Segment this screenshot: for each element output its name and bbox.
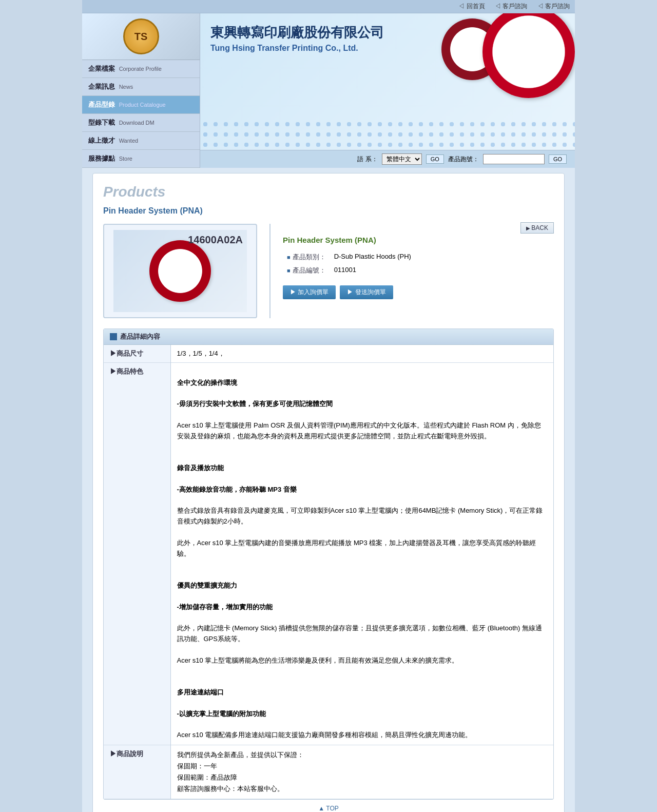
divider	[269, 224, 270, 318]
product-info-table: ■ 產品類別： D-Sub Plastic Hoods (PH) ■ 產品編號：	[283, 250, 415, 277]
sidebar-item-corporate[interactable]: 企業檔案 Corporate Profile	[82, 60, 200, 78]
product-image-wrap: 14600A02A	[103, 224, 257, 318]
sidebar-item-news[interactable]: 企業訊息 News	[82, 78, 200, 96]
category-label: ■ 產品類別：	[287, 253, 326, 262]
sidebar-item-catalogue-zh: 產品型錄	[88, 101, 115, 108]
sidebar-logo: TS	[82, 13, 200, 60]
sidebar: TS 企業檔案 Corporate Profile 企業訊息 News	[82, 13, 200, 168]
main-content: Products Pin Header System (PNA) 14600A0…	[92, 173, 565, 812]
top-anchor-link[interactable]: TOP	[318, 805, 338, 812]
desc-label: ▶商品說明	[104, 745, 170, 799]
row-bullet-icon: ▶	[110, 350, 117, 357]
sidebar-item-store-zh: 服務據點	[88, 154, 115, 162]
table-row: ▶商品特色 全中文化的操作環境 -毋須另行安裝中文軟體，保有更多可使用記憶體空間…	[104, 363, 553, 745]
product-plate-image	[149, 240, 211, 302]
code-row: ■ 產品編號： 011001	[283, 264, 415, 277]
product-details-section: 產品詳細內容 ▶商品尺寸 1/3，1/5，1/4， ▶商品特色	[103, 328, 554, 800]
nav-inquiry1-link[interactable]: 客戶諮詢	[495, 3, 527, 10]
size-value: 1/3，1/5，1/4，	[170, 345, 553, 363]
sidebar-item-wanted-en: Wanted	[119, 138, 139, 144]
product-info: BACK Pin Header System (PNA) ■ 產品類別： D-S…	[283, 224, 554, 318]
content-area: Products Pin Header System (PNA) 14600A0…	[82, 173, 575, 812]
bullet-icon2: ■	[287, 267, 291, 274]
header-right: 東興轉寫印刷廠股份有限公司 Tung Hsing Transfer Printi…	[200, 13, 575, 168]
product-no-go-button[interactable]: GO	[549, 154, 567, 164]
table-row: ▶商品尺寸 1/3，1/5，1/4，	[104, 345, 553, 363]
back-link: BACK	[283, 224, 554, 231]
bullet-icon: ■	[287, 254, 291, 260]
nav-inquiry2-link[interactable]: 客戶諮詢	[537, 3, 570, 10]
desc-value: 我們所提供為全新產品，並提供以下保證： 保固期：一年 保固範圍：產品故障 顧客諮…	[170, 745, 553, 799]
products-heading: Products	[103, 184, 554, 200]
category-value: D-Sub Plastic Hoods (PH)	[330, 250, 415, 264]
sidebar-item-corporate-zh: 企業檔案	[88, 65, 115, 72]
sidebar-item-download[interactable]: 型錄下載 Download DM	[82, 114, 200, 132]
sidebar-item-store-en: Store	[119, 156, 132, 162]
row-bullet-icon2: ▶	[110, 368, 117, 375]
section-icon	[110, 333, 117, 340]
details-table: ▶商品尺寸 1/3，1/5，1/4， ▶商品特色 全中文化的操作環境 -毋須另行…	[104, 345, 553, 799]
nav-home-link[interactable]: 回首頁	[458, 3, 485, 10]
action-buttons: 加入詢價單 發送詢價單	[283, 285, 554, 299]
sidebar-item-download-zh: 型錄下載	[88, 119, 115, 126]
sidebar-item-corporate-en: Corporate Profile	[119, 66, 162, 72]
top-nav: 回首頁 客戶諮詢 客戶諮詢	[82, 0, 575, 13]
feature-label: ▶商品特色	[104, 363, 170, 745]
top-link: TOP	[103, 800, 554, 812]
sidebar-item-wanted-zh: 線上徵才	[88, 137, 115, 144]
size-label: ▶商品尺寸	[104, 345, 170, 363]
code-label: ■ 產品編號：	[287, 266, 326, 275]
product-details-header: 產品詳細內容	[104, 329, 553, 345]
product-detail: 14600A02A BACK Pin Header System (PNA)	[103, 224, 554, 318]
lang-label: 語 系：	[357, 155, 377, 164]
sidebar-item-store[interactable]: 服務據點 Store	[82, 150, 200, 168]
banner-plates	[380, 13, 575, 116]
banner-decoration	[200, 119, 575, 150]
sidebar-item-catalogue[interactable]: 產品型錄 Product Catalogue	[82, 96, 200, 114]
product-image: 14600A02A	[113, 230, 247, 312]
back-button[interactable]: BACK	[520, 222, 554, 234]
table-row: ▶商品說明 我們所提供為全新產品，並提供以下保證： 保固期：一年 保固範圍：產品…	[104, 745, 553, 799]
product-info-title: Pin Header System (PNA)	[283, 236, 554, 244]
sidebar-item-news-zh: 企業訊息	[88, 83, 115, 90]
row-bullet-icon3: ▶	[110, 750, 117, 758]
section-title: 產品詳細內容	[120, 332, 160, 341]
company-logo: TS	[123, 18, 159, 54]
sidebar-item-download-en: Download DM	[119, 120, 154, 126]
lang-go-button[interactable]: GO	[426, 154, 444, 164]
category-row: ■ 產品類別： D-Sub Plastic Hoods (PH)	[283, 250, 415, 264]
sidebar-item-news-en: News	[119, 84, 133, 90]
lang-search-bar: 語 系： 繁體中文 English GO 產品跑號： GO	[200, 150, 575, 168]
product-no-label: 產品跑號：	[448, 155, 479, 164]
product-no-input[interactable]	[483, 154, 545, 164]
header-section: TS 企業檔案 Corporate Profile 企業訊息 News	[82, 13, 575, 168]
sidebar-item-wanted[interactable]: 線上徵才 Wanted	[82, 132, 200, 150]
product-image-label: 14600A02A	[188, 234, 243, 246]
feature-value: 全中文化的操作環境 -毋須另行安裝中文軟體，保有更多可使用記憶體空間 Acer …	[170, 363, 553, 745]
code-value: 011001	[330, 264, 415, 277]
lang-select[interactable]: 繁體中文 English	[382, 153, 422, 165]
add-quote-button[interactable]: 加入詢價單	[283, 285, 336, 299]
send-quote-button[interactable]: 發送詢價單	[340, 285, 393, 299]
sidebar-menu: 企業檔案 Corporate Profile 企業訊息 News 產品型錄 Pr…	[82, 60, 200, 168]
product-page-title: Pin Header System (PNA)	[103, 206, 554, 216]
plate-large-decoration	[482, 13, 575, 98]
sidebar-item-catalogue-en: Product Catalogue	[119, 102, 166, 108]
header-banner: 東興轉寫印刷廠股份有限公司 Tung Hsing Transfer Printi…	[200, 13, 575, 150]
